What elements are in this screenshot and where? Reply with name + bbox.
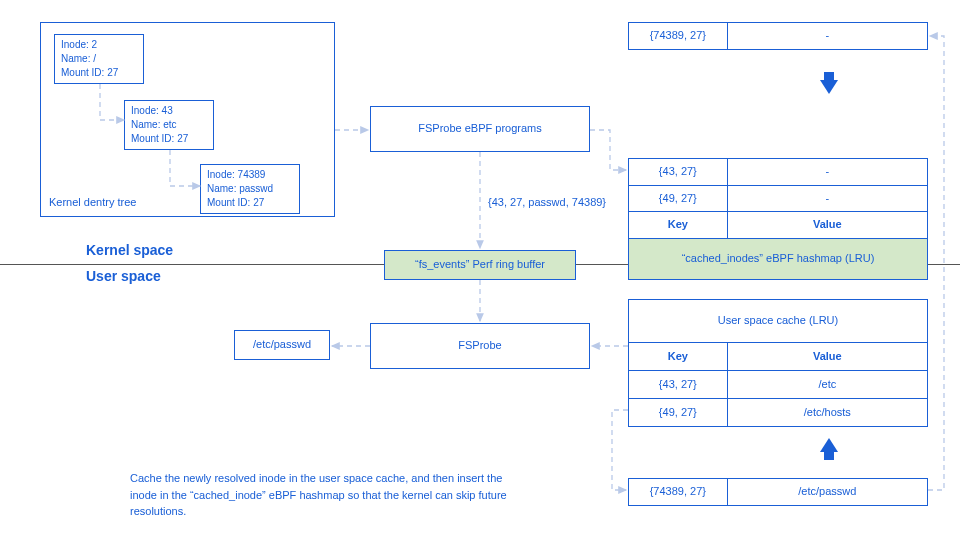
cell-key: {74389, 27} (629, 479, 728, 506)
cell-key: {49, 27} (629, 399, 728, 427)
cell-value: - (727, 23, 927, 50)
cell-value: - (727, 159, 927, 186)
header-key: Key (629, 343, 728, 371)
cached-inodes-title: “cached_inodes” eBPF hashmap (LRU) (629, 238, 928, 279)
kernel-space-label: Kernel space (86, 242, 173, 258)
dentry-tree-label: Kernel dentry tree (49, 195, 136, 210)
cell-key: {74389, 27} (629, 23, 728, 50)
arrow-down-icon (820, 80, 838, 94)
dentry-node-etc: Inode: 43 Name: etc Mount ID: 27 (124, 100, 214, 150)
perf-ring-buffer: “fs_events” Perf ring buffer (384, 250, 576, 280)
dentry-node-root: Inode: 2 Name: / Mount ID: 27 (54, 34, 144, 84)
dentry-node-passwd: Inode: 74389 Name: passwd Mount ID: 27 (200, 164, 300, 214)
user-cache-title: User space cache (LRU) (629, 300, 928, 343)
header-value: Value (727, 212, 927, 239)
cell-value: /etc/hosts (727, 399, 927, 427)
cell-key: {43, 27} (629, 371, 728, 399)
cached-inodes-table: {43, 27} - {49, 27} - Key Value “cached_… (628, 158, 928, 280)
cell-value: - (727, 185, 927, 212)
fsprobe-ebpf-box: FSProbe eBPF programs (370, 106, 590, 152)
resolved-path-box: /etc/passwd (234, 330, 330, 360)
arrow-up-icon (820, 438, 838, 452)
event-tuple: {43, 27, passwd, 74389} (488, 195, 606, 210)
fsprobe-user-box: FSProbe (370, 323, 590, 369)
cell-key: {49, 27} (629, 185, 728, 212)
user-cache-table: User space cache (LRU) Key Value {43, 27… (628, 299, 928, 427)
caption: Cache the newly resolved inode in the us… (130, 470, 510, 520)
header-key: Key (629, 212, 728, 239)
cell-value: /etc (727, 371, 927, 399)
header-value: Value (727, 343, 927, 371)
cell-key: {43, 27} (629, 159, 728, 186)
user-space-label: User space (86, 268, 161, 284)
cell-value: /etc/passwd (727, 479, 927, 506)
user-cache-new-row: {74389, 27} /etc/passwd (628, 478, 928, 506)
cached-inodes-new-row: {74389, 27} - (628, 22, 928, 50)
